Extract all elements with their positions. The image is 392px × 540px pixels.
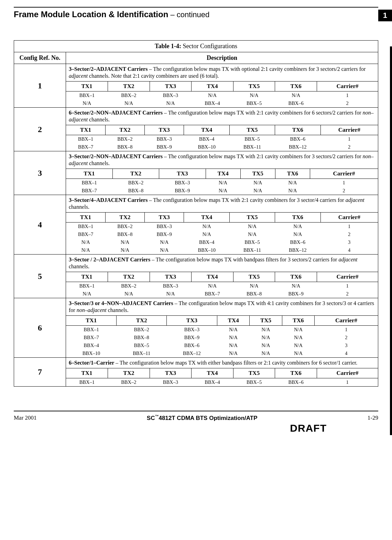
tx-header-cell: TX6: [275, 368, 317, 378]
tx-data-cell: BBX–4: [184, 238, 230, 246]
chapter-number-box: 1: [378, 10, 392, 21]
tx-data-cell: 2: [317, 99, 378, 107]
col-header-ref: Config Ref. No.: [14, 52, 66, 64]
tx-header-cell: TX2: [112, 169, 159, 179]
config-description-cell: 6–Sector/1–Carrier – The configuration b…: [66, 358, 378, 386]
tx-data-cell: BBX–12: [166, 349, 217, 357]
tx-data-cell: BBX–2: [108, 378, 150, 387]
tx-data-cell: BBX–4: [184, 135, 230, 143]
tx-data-cell: N/A: [217, 349, 249, 357]
tx-header-cell: TX3: [150, 368, 192, 378]
tx-data-cell: BBX–9: [275, 290, 317, 298]
title-continued: – continued: [168, 10, 209, 19]
tx-data-row: BBX–4BBX–5BBX–6N/AN/AN/A3: [66, 342, 378, 349]
tx-header-cell: TX1: [66, 368, 108, 378]
tx-data-cell: N/A: [233, 91, 275, 100]
tx-mapping-table: TX1TX2TX3TX4TX5TX6Carrier#BBX–1BBX–2BBX–…: [66, 315, 378, 357]
tx-data-cell: 1: [317, 282, 378, 290]
config-description-text: 6–Sector/1–Carrier – The configuration b…: [66, 358, 378, 368]
tx-data-cell: BBX–1: [66, 326, 117, 334]
tx-data-cell: N/A: [217, 342, 249, 349]
tx-header-cell: TX3: [150, 82, 192, 91]
tx-data-cell: N/A: [66, 99, 108, 107]
tx-data-cell: N/A: [217, 326, 249, 334]
tx-data-cell: 1: [317, 378, 378, 387]
tx-data-row: BBX–1BBX–2BBX–3N/AN/AN/A1: [66, 91, 378, 100]
tx-data-cell: BBX–6: [275, 135, 320, 143]
config-ref-number: 4: [14, 195, 66, 254]
tx-data-row: BBX–7BBX–8BBX–9N/AN/AN/A2: [66, 230, 378, 238]
tx-data-cell: BBX–5: [230, 135, 275, 143]
tx-header-cell: TX6: [282, 316, 314, 326]
config-ref-number: 5: [14, 255, 66, 298]
tx-header-cell: TX5: [240, 169, 275, 179]
tx-data-cell: N/A: [230, 223, 275, 231]
tx-mapping-table: TX1TX2TX3TX4TX5TX6Carrier#BBX–1BBX–2BBX–…: [66, 169, 378, 195]
config-description-text: 3–Sector/2–ADJACENT Carriers – The confi…: [66, 64, 378, 81]
tx-data-row: BBX–10BBX–11BBX–12N/AN/AN/A4: [66, 349, 378, 357]
col-header-desc: Description: [66, 52, 378, 64]
tx-data-cell: BBX–6: [275, 238, 320, 246]
tx-data-cell: BBX–3: [150, 91, 192, 100]
tx-data-cell: N/A: [192, 91, 233, 100]
tx-header-cell: Carrier#: [315, 316, 378, 326]
config-ref-number: 6: [14, 298, 66, 357]
tx-data-cell: BBX–2: [108, 91, 150, 100]
tx-data-cell: BBX–1: [66, 223, 105, 231]
tx-header-cell: TX4: [192, 82, 233, 91]
tx-header-cell: TX3: [159, 169, 206, 179]
tx-data-cell: 2: [310, 187, 378, 195]
tx-data-cell: N/A: [250, 334, 282, 342]
tx-data-cell: BBX–2: [105, 135, 144, 143]
tx-mapping-table: TX1TX2TX3TX4TX5TX6Carrier#BBX–1BBX–2BBX–…: [66, 125, 378, 151]
draft-watermark: DRAFT: [14, 422, 327, 434]
tx-data-cell: N/A: [275, 282, 317, 290]
tx-data-cell: BBX–7: [66, 230, 105, 238]
tx-data-cell: N/A: [275, 179, 310, 187]
tx-data-cell: N/A: [217, 334, 249, 342]
tx-header-cell: TX3: [166, 316, 217, 326]
tx-data-row: BBX–1BBX–2BBX–3BBX–4BBX–5BBX–61: [66, 135, 378, 143]
tx-data-cell: N/A: [282, 326, 314, 334]
footer-page-num: 1-29: [368, 414, 378, 421]
tx-data-cell: BBX–3: [150, 378, 192, 387]
tx-data-row: BBX–7BBX–8BBX–9N/AN/AN/A2: [66, 334, 378, 342]
tx-header-cell: TX6: [275, 125, 320, 135]
tx-data-cell: BBX–6: [275, 99, 317, 107]
tx-data-cell: BBX–8: [105, 230, 144, 238]
tx-data-cell: 2: [317, 290, 378, 298]
config-description-cell: 3–Sector / 2–ADJACENT Carriers – The con…: [66, 255, 378, 298]
tx-data-cell: BBX–10: [184, 246, 230, 254]
tx-data-cell: N/A: [240, 187, 275, 195]
config-row: 26–Sector/2–NON–ADJACENT Carriers – The …: [14, 108, 378, 151]
tx-mapping-table: TX1TX2TX3TX4TX5TX6Carrier#BBX–1BBX–2BBX–…: [66, 272, 378, 298]
tx-data-cell: N/A: [275, 223, 320, 231]
tx-data-cell: BBX–8: [117, 334, 166, 342]
tx-data-cell: BBX–1: [66, 378, 108, 387]
page-footer: Mar 2001 SC™4812T CDMA BTS Optimization/…: [14, 414, 378, 422]
tx-data-cell: N/A: [105, 246, 144, 254]
config-row: 76–Sector/1–Carrier – The configuration …: [14, 358, 378, 387]
tx-data-cell: N/A: [150, 99, 192, 107]
tx-data-cell: BBX–8: [233, 290, 275, 298]
tx-data-cell: 1: [320, 223, 378, 231]
tx-data-cell: BBX–8: [112, 187, 159, 195]
tx-header-cell: Carrier#: [320, 125, 378, 135]
footer-date: Mar 2001: [14, 414, 37, 421]
page-title: Frame Module Location & Identification –…: [14, 10, 209, 19]
table-title: Table 1-4: Sector Configurations: [14, 41, 378, 52]
tx-header-cell: TX3: [145, 125, 184, 135]
tx-data-cell: BBX–5: [230, 238, 275, 246]
tx-data-cell: N/A: [105, 238, 144, 246]
tx-header-cell: TX2: [117, 316, 166, 326]
tx-data-cell: BBX–11: [117, 349, 166, 357]
config-row: 53–Sector / 2–ADJACENT Carriers – The co…: [14, 255, 378, 298]
tx-data-cell: 2: [320, 230, 378, 238]
tx-data-cell: 1: [315, 326, 378, 334]
tx-data-cell: BBX–4: [192, 378, 233, 387]
tx-header-cell: TX2: [108, 368, 150, 378]
config-row: 43–Sector/4–ADJACENT Carriers – The conf…: [14, 195, 378, 255]
config-description-cell: 6–Sector/2–NON–ADJACENT Carriers – The c…: [66, 108, 378, 151]
tx-header-cell: TX2: [105, 213, 144, 223]
tx-header-cell: TX1: [66, 125, 105, 135]
